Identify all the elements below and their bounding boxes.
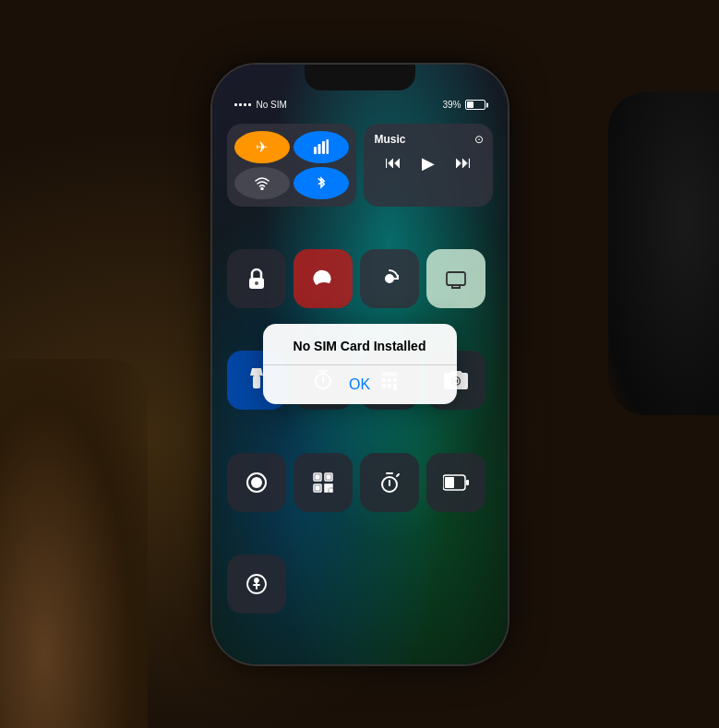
- screen: No SIM 39% ✈: [212, 65, 508, 664]
- hand-left: [0, 359, 148, 728]
- phone: No SIM 39% ✈: [212, 65, 508, 664]
- iphone-body: No SIM 39% ✈: [212, 65, 508, 664]
- alert-dialog: No SIM Card Installed OK: [263, 324, 457, 404]
- alert-ok-button[interactable]: OK: [278, 365, 442, 404]
- alert-overlay: No SIM Card Installed OK: [212, 65, 508, 664]
- alert-title: No SIM Card Installed: [278, 339, 442, 353]
- hand-right: [608, 92, 719, 415]
